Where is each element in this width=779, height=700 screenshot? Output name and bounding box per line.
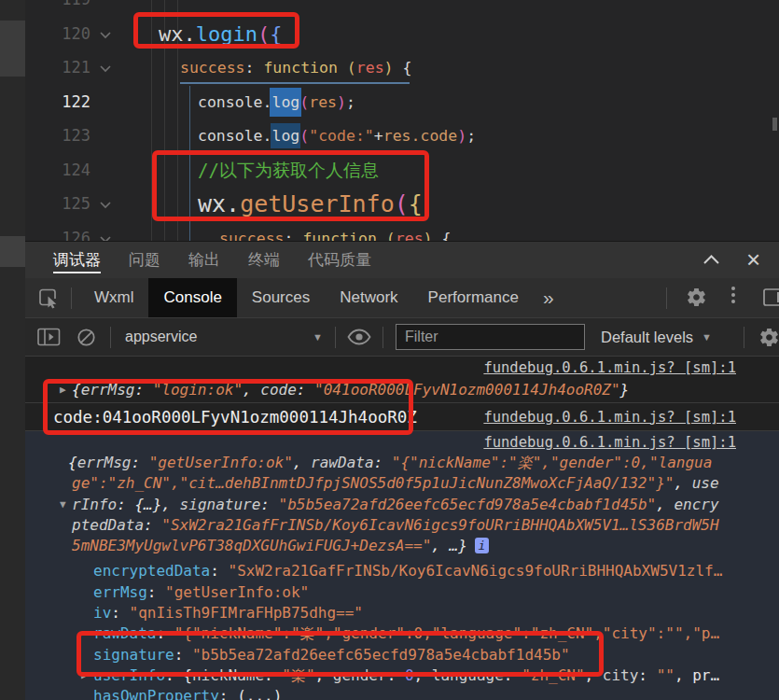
live-expression-eye-icon[interactable]	[347, 329, 371, 345]
tab-terminal[interactable]: 终端	[248, 242, 280, 278]
property-row: ▶userInfo: {nickName: "楽", gender: 0, la…	[25, 665, 779, 686]
property-row: iv: "qnIisTh9FIMraFHpB75dhg=="	[25, 603, 779, 623]
code-row-120: 120 wx.login({	[25, 17, 779, 51]
separator	[383, 327, 383, 348]
source-link[interactable]: fundebug.0.6.1.min.js? [sm]:1	[483, 409, 736, 426]
separator	[110, 327, 111, 348]
code-row-125: 125 wx.getUserInfo({	[25, 187, 779, 221]
line-number: 126	[25, 221, 90, 242]
fold-chevron-icon[interactable]	[99, 63, 112, 73]
code-row-124: 124 //以下为获取个人信息	[25, 153, 779, 188]
source-link[interactable]: fundebug.0.6.1.min.js? [sm]:1	[483, 359, 736, 376]
tab-performance[interactable]: Performance	[413, 278, 534, 317]
separator	[335, 327, 336, 348]
occurrence-highlight: log	[271, 123, 300, 148]
code-editor[interactable]: 119 120 wx.login({ 121 success: function…	[25, 0, 779, 241]
editor-scrollbar[interactable]	[772, 118, 777, 131]
code-row-122: 122 console.log(res);	[25, 85, 779, 119]
property-row: signature: "b5b5ea72afd26eefc65ecfd978a5…	[25, 645, 779, 665]
tab-code-quality[interactable]: 代码质量	[308, 242, 371, 278]
info-badge-icon[interactable]: i	[475, 538, 489, 553]
tab-debugger[interactable]: 调试器	[53, 242, 101, 278]
object-property-tree: encryptedData: "SxW2ra21GafFrINSb/Koy6Ic…	[25, 561, 779, 700]
fold-chevron-icon[interactable]	[99, 199, 112, 209]
line-number: 124	[25, 153, 90, 188]
log-levels-dropdown[interactable]: Default levels ▼	[601, 329, 712, 346]
line-number: 120	[25, 17, 90, 51]
property-row: encryptedData: "SxW2ra21GafFrINSb/Koy6Ic…	[25, 561, 779, 581]
chevron-down-icon: ▼	[702, 331, 712, 343]
console-settings-gear-icon[interactable]	[758, 327, 779, 348]
console-sidebar-toggle-icon[interactable]	[37, 328, 61, 346]
expand-triangle-icon[interactable]: ▶	[60, 378, 72, 401]
line-number: 121	[25, 50, 90, 85]
tab-console[interactable]: Console	[148, 278, 236, 317]
property-row: errMsg: "getUserInfo:ok"	[25, 582, 779, 603]
code-line: wx.login({	[159, 17, 282, 51]
object-preview-line: ▼rInfo: {…}, signature: "b5b5ea72afd26ee…	[25, 495, 779, 515]
separator	[744, 327, 744, 348]
filter-input[interactable]	[396, 324, 585, 350]
log-text: code:041ooR000LFyvN1ozm000114Jh4ooR0Z	[53, 408, 417, 427]
console-output: fundebug.0.6.1.min.js? [sm]:1 ▶{errMsg: …	[25, 357, 779, 700]
tab-problems[interactable]: 问题	[129, 242, 160, 278]
left-panel-block	[0, 236, 25, 267]
devtools-tab-bar: Wxml Console Sources Network Performance…	[25, 278, 779, 317]
tab-wxml[interactable]: Wxml	[79, 278, 148, 317]
expand-triangle-icon[interactable]: ▶	[81, 665, 93, 686]
left-panel-block	[0, 21, 25, 77]
code-line: success: function (res) {	[180, 50, 411, 85]
log-source-row: fundebug.0.6.1.min.js? [sm]:1	[25, 358, 779, 378]
object-preview-line: ptedData: "SxW2ra21GafFrINSb/Koy6IcavN6i…	[25, 515, 779, 536]
code-row-126: 126 success: function (res) {	[25, 221, 779, 242]
separator	[666, 287, 667, 309]
line-number: 125	[25, 187, 90, 221]
collapse-triangle-icon[interactable]: ▼	[60, 495, 72, 515]
fold-chevron-icon[interactable]	[99, 233, 112, 242]
property-row: hasOwnProperty: (...)	[25, 686, 779, 700]
log-entry-code: code:041ooR000LFyvN1ozm000114Jh4ooR0Z fu…	[25, 403, 779, 431]
inspect-element-icon[interactable]	[37, 287, 60, 309]
wechat-devtools-window: 119 120 wx.login({ 121 success: function…	[0, 0, 779, 700]
chevron-down-icon: ▼	[313, 331, 323, 343]
devtools-settings-gear-icon[interactable]	[686, 287, 707, 311]
context-selector-dropdown[interactable]: appservice ▼	[125, 329, 323, 345]
code-line: console.log(res);	[198, 85, 355, 119]
log-levels-value: Default levels	[601, 329, 693, 346]
log-entry-getuserinfo: fundebug.0.6.1.min.js? [sm]:1 {errMsg: "…	[25, 431, 779, 700]
selection-highlight: log	[270, 88, 301, 117]
log-entry-login: fundebug.0.6.1.min.js? [sm]:1 ▶{errMsg: …	[25, 357, 779, 403]
fold-chevron-icon[interactable]	[99, 29, 112, 39]
close-panel-icon[interactable]: ×	[746, 244, 760, 275]
object-preview-line: {errMsg: "getUserInfo:ok", rawData: "{"n…	[25, 453, 779, 473]
collapse-panel-icon[interactable]	[702, 254, 720, 268]
code-row-121: 121 success: function (res) {	[25, 50, 779, 85]
dock-side-icon[interactable]	[763, 288, 779, 310]
code-row-123: 123 console.log("code:"+res.code);	[25, 119, 779, 153]
code-line: console.log("code:"+res.code);	[198, 119, 476, 153]
line-number: 122	[25, 85, 90, 119]
tab-output[interactable]: 输出	[188, 242, 220, 278]
separator	[71, 287, 72, 309]
clear-console-icon[interactable]	[77, 328, 96, 347]
source-link[interactable]: fundebug.0.6.1.min.js? [sm]:1	[483, 434, 736, 451]
code-line: wx.getUserInfo({	[198, 187, 423, 221]
more-tabs-icon[interactable]: »	[534, 287, 563, 309]
code-line: success: function (res) {	[219, 221, 451, 242]
code-line: //以下为获取个人信息	[198, 153, 379, 188]
debugger-panel: 调试器 问题 输出 终端 代码质量 × Wxml Console Sources…	[25, 241, 779, 700]
kebab-menu-icon[interactable]	[731, 287, 735, 303]
line-number: 119	[25, 0, 90, 17]
code-row-119: 119	[25, 0, 779, 17]
panel-tab-bar: 调试器 问题 输出 终端 代码质量 ×	[25, 242, 779, 278]
tab-network[interactable]: Network	[325, 278, 412, 317]
context-selector-value: appservice	[125, 329, 197, 345]
log-source-row: fundebug.0.6.1.min.js? [sm]:1	[25, 433, 779, 453]
property-row: rawData: "{"nickName":"楽","gender":0,"la…	[25, 623, 779, 644]
console-toolbar: appservice ▼ Default levels ▼	[25, 317, 779, 357]
object-preview-line: ge":"zh_CN","cit…dehBInmtDJfpjSNOS5d0f5p…	[25, 473, 779, 494]
left-panel-edge	[0, 0, 26, 700]
tab-sources[interactable]: Sources	[237, 278, 325, 317]
code-comment: //以下为获取个人信息	[198, 160, 379, 180]
object-preview-line: 5mNBE3MyUgwlvP6T38qDXGUhGwiFUGJ+DezsA=="…	[25, 536, 779, 556]
